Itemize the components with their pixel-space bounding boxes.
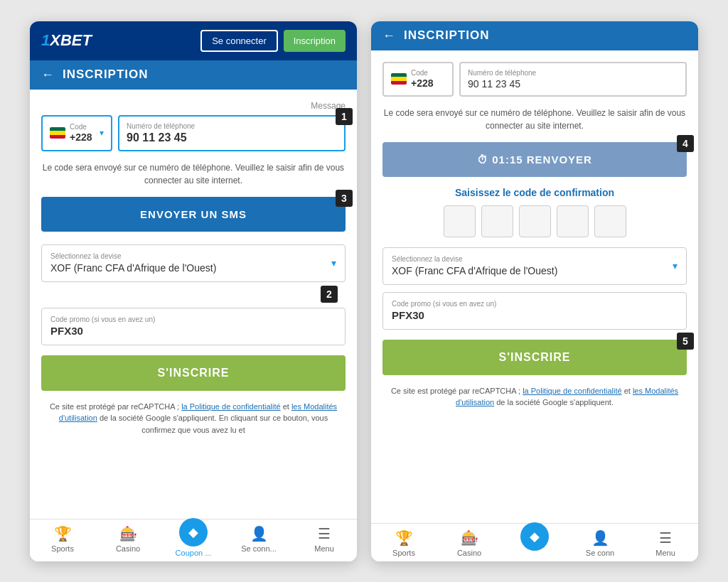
- timer-button-container: ⏱ 01:15 RENVOYER 4: [382, 142, 687, 177]
- devise-value: XOF (Franc CFA d'Afrique de l'Ouest): [50, 262, 216, 274]
- code-info-right: Code +228: [411, 69, 434, 90]
- inscription-header-right: ← INSCRIPTION: [371, 21, 698, 50]
- flag-togo-icon: [50, 127, 65, 139]
- nav-sports-right-label: Sports: [392, 549, 415, 557]
- phone-display-field: Numéro de téléphone 90 11 23 45: [459, 62, 687, 97]
- back-arrow-right-icon[interactable]: ←: [382, 28, 395, 43]
- country-code-selector[interactable]: Code +228 ▾: [41, 115, 112, 151]
- menu-right-icon: ☰: [659, 529, 672, 546]
- nav-sports[interactable]: 🏆 Sports: [41, 525, 84, 557]
- person-right-icon: 👤: [592, 529, 609, 546]
- annotation-1: 1: [336, 108, 353, 125]
- nav-casino[interactable]: 🎰 Casino: [107, 525, 149, 557]
- nav-coupon-label: Coupon ...: [176, 549, 212, 557]
- nav-menu[interactable]: ☰ Menu: [303, 525, 346, 557]
- register-button[interactable]: S'INSCRIRE: [41, 355, 346, 391]
- timer-resend-button[interactable]: ⏱ 01:15 RENVOYER: [382, 142, 687, 177]
- register-button-right[interactable]: S'INSCRIRE: [382, 340, 687, 375]
- phone-input[interactable]: [127, 131, 337, 144]
- phone-field-label: Numéro de téléphone: [127, 122, 337, 130]
- content-left: Message Code +228 ▾ Numéro de téléphone …: [30, 90, 357, 519]
- register-button-container: S'INSCRIRE 5: [382, 340, 687, 385]
- confirm-boxes: [382, 205, 687, 237]
- nav-sports-label: Sports: [51, 544, 74, 553]
- casino-right-icon: 🎰: [461, 529, 478, 546]
- promo-input[interactable]: [50, 325, 336, 337]
- confirm-box-1[interactable]: [444, 205, 476, 237]
- confirm-box-4[interactable]: [557, 205, 589, 237]
- phone-field-label-right: Numéro de téléphone: [468, 69, 678, 77]
- annotation-4: 4: [677, 135, 694, 152]
- nav-sports-right[interactable]: 🏆 Sports: [382, 529, 425, 557]
- inscription-header: ← INSCRIPTION: [30, 60, 357, 90]
- code-value: +228: [70, 131, 92, 143]
- confirm-box-5[interactable]: [594, 205, 626, 237]
- bottom-nav-left: 🏆 Sports 🎰 Casino ◆ Coupon ... 👤 Se conn…: [30, 519, 357, 561]
- privacy-policy-link[interactable]: la Politique de confidentialité: [181, 402, 280, 411]
- devise-selector-right[interactable]: Sélectionnez la devise XOF (Franc CFA d'…: [382, 247, 687, 285]
- bottom-nav-right: 🏆 Sports 🎰 Casino ◆ 👤 Se conn ☰ Menu: [371, 523, 698, 561]
- nav-connect-label: Se conn...: [241, 544, 277, 553]
- sms-button-container: ENVOYER UN SMS 3: [41, 197, 346, 242]
- nav-casino-right-label: Casino: [457, 549, 481, 557]
- nav-connect-right[interactable]: 👤 Se conn: [579, 529, 621, 557]
- promo-label: Code promo (si vous en avez un): [50, 316, 336, 323]
- info-text: Le code sera envoyé sur ce numéro de tél…: [41, 161, 346, 187]
- devise-chevron-icon: ▾: [331, 257, 336, 269]
- top-bar-buttons: Se connecter Inscription: [200, 30, 346, 52]
- send-sms-button[interactable]: ENVOYER UN SMS: [41, 197, 346, 232]
- inscription-title-right: INSCRIPTION: [404, 28, 490, 43]
- code-label: Code: [70, 123, 92, 131]
- nav-menu-right-label: Menu: [655, 549, 675, 557]
- casino-icon: 🎰: [119, 525, 137, 542]
- nav-casino-label: Casino: [116, 544, 140, 553]
- connect-button[interactable]: Se connecter: [200, 30, 278, 52]
- phone-left: 1XBET Se connecter Inscription ← INSCRIP…: [30, 21, 357, 561]
- nav-connect[interactable]: 👤 Se conn...: [237, 525, 280, 557]
- nav-menu-label: Menu: [314, 544, 334, 553]
- flag-togo-right-icon: [391, 73, 407, 85]
- content-right: Code +228 Numéro de téléphone 90 11 23 4…: [371, 50, 698, 523]
- nav-menu-right[interactable]: ☰ Menu: [644, 529, 687, 557]
- person-icon: 👤: [250, 525, 268, 542]
- phone-value-display: 90 11 23 45: [468, 78, 678, 90]
- promo-code-right[interactable]: Code promo (si vous en avez un): [382, 292, 687, 330]
- devise-label-right: Sélectionnez la devise: [392, 255, 678, 263]
- inscription-top-button[interactable]: Inscription: [284, 30, 346, 52]
- annotation-5: 5: [677, 333, 694, 350]
- phone-display-row: Code +228 Numéro de téléphone 90 11 23 4…: [382, 62, 687, 97]
- coupon-icon: ◆: [179, 518, 208, 546]
- info-text-right: Le code sera envoyé sur ce numéro de tél…: [382, 107, 687, 132]
- code-label-right: Code: [411, 69, 434, 77]
- menu-icon: ☰: [318, 525, 331, 542]
- coupon-right-icon: ◆: [520, 522, 549, 551]
- nav-coupon-right[interactable]: ◆: [513, 529, 556, 557]
- captcha-text-right: Ce site est protégé par reCAPTCHA ; la P…: [382, 385, 687, 409]
- country-code-display: Code +228: [382, 62, 454, 97]
- promo-label-right: Code promo (si vous en avez un): [392, 300, 678, 308]
- annotation-2: 2: [321, 286, 338, 303]
- devise-value-right: XOF (Franc CFA d'Afrique de l'Ouest): [392, 265, 557, 276]
- message-label: Message: [41, 101, 346, 111]
- nav-connect-right-label: Se conn: [586, 549, 614, 557]
- logo: 1XBET: [41, 31, 92, 50]
- promo-input-right[interactable]: [392, 309, 678, 321]
- confirm-box-3[interactable]: [519, 205, 551, 237]
- code-value-right: +228: [411, 77, 434, 89]
- top-bar: 1XBET Se connecter Inscription: [30, 21, 357, 60]
- phone-number-field[interactable]: Numéro de téléphone: [118, 115, 346, 151]
- privacy-link-right[interactable]: la Politique de confidentialité: [523, 387, 621, 395]
- confirm-box-2[interactable]: [481, 205, 513, 237]
- inscription-title: INSCRIPTION: [63, 68, 149, 82]
- nav-casino-right[interactable]: 🎰 Casino: [448, 529, 491, 557]
- phone-right: ← INSCRIPTION Code +228 Numéro de téléph…: [371, 21, 698, 561]
- promo-code-field[interactable]: Code promo (si vous en avez un): [41, 308, 346, 345]
- trophy-right-icon: 🏆: [395, 529, 413, 546]
- chevron-down-icon: ▾: [100, 128, 104, 138]
- nav-coupon[interactable]: ◆ Coupon ...: [172, 525, 215, 557]
- country-code-info: Code +228: [70, 123, 92, 144]
- back-arrow-icon[interactable]: ←: [41, 68, 54, 82]
- annotation-3: 3: [336, 190, 353, 207]
- devise-selector[interactable]: Sélectionnez la devise XOF (Franc CFA d'…: [41, 244, 346, 282]
- devise-label: Sélectionnez la devise: [50, 252, 336, 260]
